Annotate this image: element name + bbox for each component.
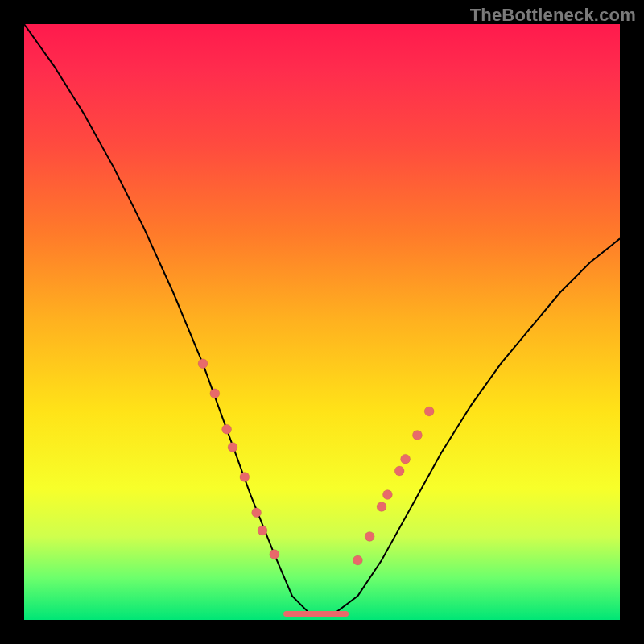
marker-point (382, 490, 392, 500)
marker-point (401, 454, 411, 464)
marker-point (412, 431, 422, 440)
chart-stage: TheBottleneck.com (0, 0, 644, 644)
marker-point (228, 442, 237, 452)
marker-point (198, 359, 208, 369)
marker-point (270, 550, 279, 559)
marker-point (210, 389, 220, 398)
marker-point (222, 424, 232, 434)
marker-point (258, 526, 267, 535)
chart-svg (24, 24, 620, 620)
marker-point (424, 407, 434, 416)
plot-area (24, 24, 620, 620)
marker-point (252, 508, 262, 518)
bottleneck-curve-line (24, 24, 620, 614)
marker-point (353, 555, 362, 565)
marker-points (198, 359, 434, 565)
marker-point (365, 531, 374, 541)
marker-point (377, 502, 386, 511)
marker-point (240, 472, 250, 481)
watermark-text: TheBottleneck.com (470, 5, 636, 26)
marker-point (394, 466, 404, 476)
